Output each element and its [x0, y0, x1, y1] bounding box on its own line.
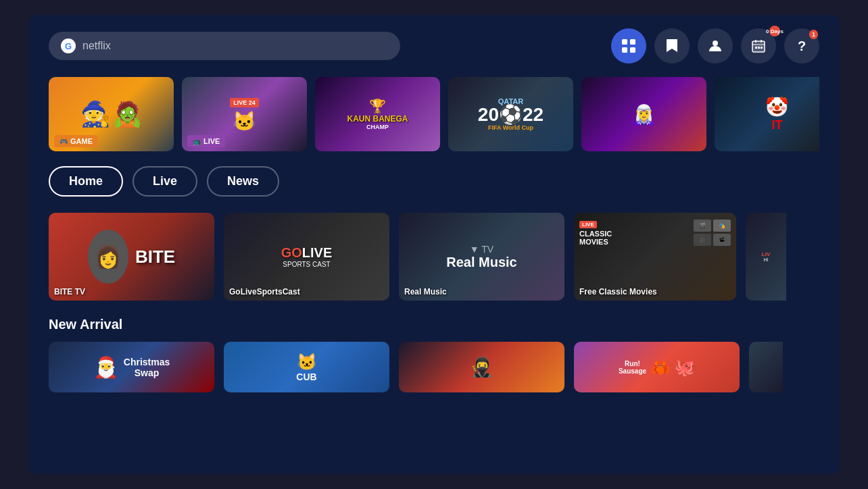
xmas-title: ChristmasSwap	[124, 357, 170, 378]
golive-sub: SPORTS CAST	[281, 261, 333, 268]
bite-tv-name: BITE TV	[54, 287, 85, 297]
channel-card-freeclassic[interactable]: LIVE CLASSIC MOVIES 🎬 🎭 🎥 📽 Free Classic…	[574, 213, 736, 301]
channel-card-bite-tv[interactable]: 👩 BITE BITE TV	[49, 213, 214, 301]
live-label: 📺 LIVE	[187, 135, 225, 147]
new-arrival-row: 🎅 ChristmasSwap 🐱 CUB 🥷	[49, 342, 819, 392]
arrival-card-partial[interactable]	[749, 342, 783, 392]
tab-live[interactable]: Live	[132, 166, 197, 197]
fifa-year: 20⚽22	[478, 105, 544, 124]
channels-row: 👩 BITE BITE TV GOLIVE SPORTS CAST GoLive…	[49, 213, 819, 301]
arrival-card-firegame[interactable]: 🥷	[399, 342, 564, 392]
arrival-card-runsausage[interactable]: Run! Sausage 🦀 🐙	[574, 342, 740, 392]
featured-card-quiz[interactable]: 🏆 KAUN BANEGA CHAMP	[315, 77, 440, 151]
featured-card-fantasy[interactable]: 🧝‍♀️	[581, 77, 706, 151]
help-badge: 1	[809, 30, 818, 39]
svg-rect-2	[622, 47, 627, 53]
live24-inner: LIVE 24 🐱	[230, 97, 259, 132]
header: G netflix	[49, 28, 819, 63]
kaun-sub: CHAMP	[347, 124, 408, 130]
svg-rect-0	[622, 39, 627, 45]
google-logo: G	[61, 38, 76, 53]
tab-home[interactable]: Home	[49, 166, 123, 197]
channel-card-partial[interactable]: LIV HI	[746, 213, 786, 301]
help-button[interactable]: ? 1	[784, 28, 819, 63]
svg-rect-1	[630, 39, 635, 45]
fifa-sub: FIFA World Cup	[478, 124, 544, 131]
help-icon: ?	[798, 38, 806, 54]
featured-card-fifa[interactable]: QATAR 20⚽22 FIFA World Cup	[448, 77, 573, 151]
channel-card-realmusic[interactable]: ▼ TV Real Music Real Music	[399, 213, 564, 301]
new-arrival-title: New Arrival	[49, 317, 819, 332]
tab-news[interactable]: News	[207, 166, 279, 197]
svg-point-4	[713, 41, 718, 46]
channel-card-golive[interactable]: GOLIVE SPORTS CAST GoLiveSportsCast	[224, 213, 389, 301]
arrival-card-cub[interactable]: 🐱 CUB	[224, 342, 389, 392]
user-button[interactable]	[698, 28, 733, 63]
svg-rect-10	[758, 47, 760, 49]
svg-rect-9	[755, 47, 757, 49]
tv-screen: G netflix	[28, 15, 840, 474]
kaun-text: KAUN BANEGA	[347, 114, 408, 124]
bite-tv-title: BITE	[135, 247, 175, 267]
freeclassic-inner: LIVE CLASSIC MOVIES	[579, 217, 612, 246]
nav-tabs: Home Live News	[49, 166, 819, 197]
freeclassic-name: Free Classic Movies	[579, 287, 657, 297]
featured-row: 🧙 🧟 🎮 GAME LIVE 24 🐱 📺 LIVE	[49, 77, 819, 151]
bookmark-button[interactable]	[654, 28, 690, 63]
cub-title: CUB	[296, 371, 316, 382]
search-bar[interactable]: G netflix	[49, 32, 400, 60]
featured-card-live[interactable]: LIVE 24 🐱 📺 LIVE	[182, 77, 307, 151]
header-icons: 0 Days ? 1	[611, 28, 819, 63]
arrival-card-xmas[interactable]: 🎅 ChristmasSwap	[49, 342, 214, 392]
game-label: 🎮 GAME	[54, 135, 98, 147]
svg-rect-11	[761, 47, 763, 49]
calendar-button[interactable]: 0 Days	[741, 28, 776, 63]
new-arrival-section: New Arrival 🎅 ChristmasSwap 🐱 CUB	[49, 317, 819, 392]
golive-name: GoLiveSportsCast	[229, 287, 300, 297]
calendar-badge: 0 Days	[769, 26, 780, 36]
featured-card-it[interactable]: 🤡 IT	[715, 77, 819, 151]
realmusic-title: Real Music	[446, 255, 516, 270]
golive-title: GOLIVE	[281, 245, 333, 261]
svg-rect-3	[630, 47, 635, 53]
grid-button[interactable]	[611, 28, 646, 63]
realmusic-name: Real Music	[404, 287, 447, 297]
featured-card-game[interactable]: 🧙 🧟 🎮 GAME	[49, 77, 174, 151]
search-input[interactable]: netflix	[82, 40, 111, 52]
